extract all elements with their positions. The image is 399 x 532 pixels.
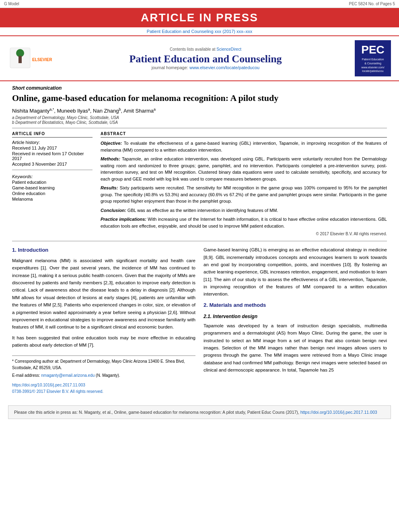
- right-intro-para1: Game-based learning (GBL) is emerging as…: [204, 246, 387, 298]
- practice-label: Practice implications:: [101, 217, 146, 222]
- homepage-link[interactable]: www.elsevier.com/locate/pateducou: [189, 65, 259, 70]
- journal-homepage: journal homepage: www.elsevier.com/locat…: [56, 65, 355, 70]
- g-model-label: G Model: [4, 2, 19, 6]
- model-number: PEC 5824 No. of Pages 5: [349, 2, 395, 6]
- history-label: Article history:: [12, 140, 93, 145]
- issn-line: 0738-3991/© 2017 Elsevier B.V. All right…: [12, 389, 103, 394]
- press-header: ARTICLE IN PRESS: [0, 8, 399, 27]
- abstract-col: ABSTRACT Objective: To evaluate the effe…: [101, 131, 387, 236]
- abstract-text: Objective: To evaluate the effectiveness…: [101, 140, 387, 229]
- article-title: Online, game-based education for melanom…: [12, 92, 387, 104]
- footnote-email: E-mail address: nmaganty@email.arizona.e…: [12, 372, 195, 379]
- abstract-header: ABSTRACT: [101, 131, 387, 138]
- conclusion-label: Conclusion:: [101, 208, 126, 213]
- journal-ref: Patient Education and Counseling xxx (20…: [0, 27, 399, 36]
- methods-label: Methods:: [101, 156, 120, 161]
- abstract-copyright: © 2017 Elsevier B.V. All rights reserved…: [101, 232, 387, 236]
- intervention-para: Tapamole was developed by a team of inst…: [204, 322, 387, 374]
- article-type: Short communication: [12, 85, 387, 91]
- intervention-subsection: 2.1. Intervention design: [204, 313, 387, 320]
- info-abstract-columns: ARTICLE INFO Article history: Received 1…: [12, 131, 387, 236]
- author-muneeb: Muneeb Ilyas: [57, 108, 88, 114]
- doi-url[interactable]: https://doi.org/10.1016/j.pec.2017.11.00…: [12, 383, 85, 387]
- results-text: Sixty participants were recruited. The s…: [101, 185, 387, 203]
- body-left-col: 1. Introduction Malignant melanoma (MM) …: [12, 246, 195, 394]
- body-columns: 1. Introduction Malignant melanoma (MM) …: [12, 246, 387, 394]
- affiliations: a Department of Dermatology, Mayo Clinic…: [12, 115, 387, 125]
- citation-box: Please cite this article in press as: N.…: [8, 405, 391, 419]
- citation-text: Please cite this article in press as: N.…: [14, 410, 299, 415]
- elsevier-logo: ELSEVIER: [8, 46, 56, 71]
- objective-label: Objective:: [101, 141, 122, 146]
- pec-letters: PEC: [356, 43, 389, 56]
- pec-subtext: Patient Education & Counseling www.elsev…: [356, 58, 389, 73]
- article-info-col: ARTICLE INFO Article history: Received 1…: [12, 131, 93, 236]
- methods-text: Tapamole, an online education interventi…: [101, 156, 387, 181]
- revised-date: Received in revised form 17 October 2017: [12, 151, 93, 161]
- divider-2: [12, 241, 387, 241]
- author-sup-b: b: [119, 107, 121, 111]
- results-label: Results:: [101, 185, 118, 190]
- doi-link: https://doi.org/10.1016/j.pec.2017.11.00…: [12, 382, 195, 395]
- kw4: Melanoma: [12, 197, 93, 201]
- author-sup-a2: a: [88, 107, 90, 111]
- kw2: Game-based learning: [12, 185, 93, 190]
- sciencedirect-link[interactable]: ScienceDirect: [216, 47, 241, 51]
- authors-line: Nishita Magantya,*, Muneeb Ilyasa, Nan Z…: [12, 107, 387, 114]
- article-history: Article history: Received 11 July 2017 R…: [12, 140, 93, 166]
- journal-title: Patient Education and Counseling: [56, 53, 355, 65]
- conclusion-text: GBL was as effective as the written inte…: [128, 208, 278, 213]
- abstract-conclusion: Conclusion: GBL was as effective as the …: [101, 207, 387, 214]
- body-right-col: Game-based learning (GBL) is emerging as…: [204, 246, 387, 394]
- objective-text: To evaluate the effectiveness of a game-…: [101, 141, 387, 152]
- author-amit: Amit Sharma: [123, 108, 154, 114]
- svg-rect-2: [19, 56, 22, 63]
- accepted-date: Accepted 3 November 2017: [12, 162, 93, 166]
- materials-section-title: 2. Materials and methods: [204, 301, 387, 310]
- main-content: Short communication Online, game-based e…: [0, 81, 399, 398]
- kw3: Online education: [12, 191, 93, 196]
- divider-kw: [12, 170, 93, 170]
- keywords-section: Keywords: Patient education Game-based l…: [12, 174, 93, 201]
- affil-b: b Department of Biostatistics, Mayo Clin…: [12, 120, 387, 125]
- author-sup-a3: a: [154, 107, 156, 111]
- article-info-header: ARTICLE INFO: [12, 131, 93, 138]
- keywords-label: Keywords:: [12, 174, 93, 179]
- pec-logo-box: PEC Patient Education & Counseling www.e…: [355, 40, 391, 76]
- svg-text:ELSEVIER: ELSEVIER: [32, 58, 52, 62]
- intro-section-title: 1. Introduction: [12, 246, 195, 255]
- abstract-methods: Methods: Tapamole, an online education i…: [101, 156, 387, 182]
- author-sup-a: a,*: [49, 107, 54, 111]
- abstract-objective: Objective: To evaluate the effectiveness…: [101, 140, 387, 153]
- kw1: Patient education: [12, 180, 93, 185]
- abstract-results: Results: Sixty participants were recruit…: [101, 185, 387, 205]
- journal-header: ELSEVIER Contents lists available at Sci…: [0, 36, 399, 81]
- footnotes: * Corresponding author at: Department of…: [12, 355, 195, 379]
- author-nan: Nan Zhang: [93, 108, 119, 114]
- author-nishita: Nishita Maganty: [12, 108, 49, 114]
- email-link[interactable]: nmaganty@email.arizona.edu: [41, 373, 95, 378]
- journal-title-block: Contents lists available at ScienceDirec…: [56, 47, 355, 70]
- intro-para2: It has been suggested that online educat…: [12, 334, 195, 349]
- affil-a: a Department of Dermatology, Mayo Clinic…: [12, 115, 387, 120]
- contents-line: Contents lists available at ScienceDirec…: [56, 47, 355, 51]
- received-date: Received 11 July 2017: [12, 146, 93, 150]
- abstract-practice: Practice implications: With increasing u…: [101, 216, 387, 229]
- citation-doi-link[interactable]: https://doi.org/10.1016/j.pec.2017.11.00…: [300, 410, 377, 415]
- top-banner: G Model PEC 5824 No. of Pages 5: [0, 0, 399, 8]
- footnote-star: * Corresponding author at: Department of…: [12, 358, 195, 371]
- intro-para1: Malignant melanoma (MM) is associated wi…: [12, 257, 195, 331]
- divider-1: [12, 128, 387, 128]
